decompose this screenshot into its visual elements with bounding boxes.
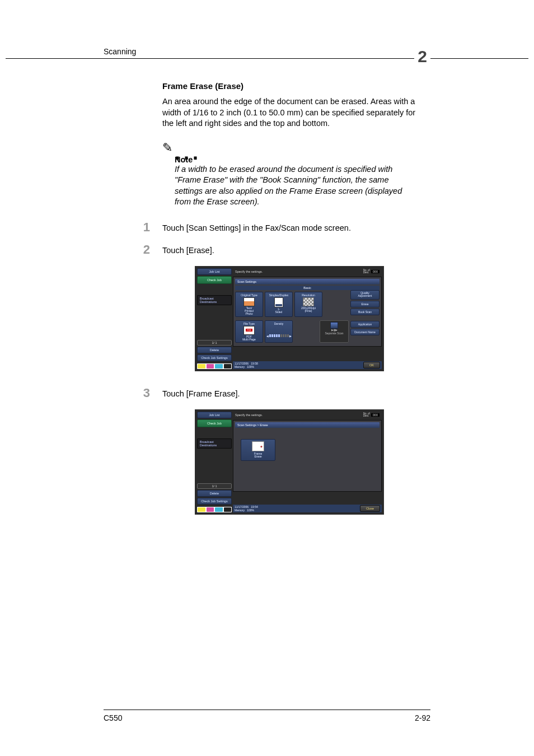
frame-erase-button[interactable]: ◆ Frame Erase xyxy=(241,439,275,461)
note-label: Note xyxy=(175,155,416,164)
page-header: Scanning 2 xyxy=(6,39,528,59)
original-type-tile[interactable]: Original Type Text/ Printed Photo xyxy=(235,292,263,317)
separate-scan-tile[interactable]: ▶▮▶ Separate Scan xyxy=(320,320,349,343)
check-job-button[interactable]: Check Job xyxy=(197,419,232,427)
m-key[interactable] xyxy=(207,364,214,368)
resolution-tile[interactable]: Resolution 200x200dpi (Fine) xyxy=(294,292,322,317)
job-list-button[interactable]: Job List xyxy=(197,412,232,418)
y-key[interactable] xyxy=(198,364,205,368)
c-key[interactable] xyxy=(215,364,223,368)
step-number: 1 xyxy=(139,221,150,234)
step-3: 3 Touch [Frame Erase]. xyxy=(139,387,416,399)
file-type-tile[interactable]: File Type PDF PDF Multi Page xyxy=(235,320,263,343)
prompt-text: Specify the settings. xyxy=(235,413,263,417)
application-button[interactable]: Application xyxy=(350,321,380,328)
simplex-icon xyxy=(274,297,283,307)
k-key[interactable] xyxy=(224,507,232,512)
header-section-name: Scanning xyxy=(104,47,136,58)
screenshot-scan-settings: Job List Check Job Broadcast Destination… xyxy=(195,266,384,371)
density-indicator: ◀▶ xyxy=(266,334,292,338)
c-key[interactable] xyxy=(215,507,223,512)
color-key-bar xyxy=(197,363,232,369)
close-button[interactable]: Close xyxy=(360,505,380,512)
broadcast-destinations-label: Broadcast Destinations xyxy=(197,295,232,305)
chapter-number: 2 xyxy=(414,47,430,66)
check-job-settings-button[interactable]: Check Job Settings xyxy=(197,354,232,361)
footer-page: 2-92 xyxy=(415,713,430,722)
broadcast-destinations-label: Broadcast Destinations xyxy=(197,438,232,449)
book-scan-button[interactable]: Book Scan xyxy=(350,309,380,315)
status-bar: 11/17/2006 19:54 Memory 100% Close xyxy=(233,505,382,512)
step-2: 2 Touch [Erase]. xyxy=(139,244,416,256)
erase-button[interactable]: Erase xyxy=(350,301,380,307)
screenshot-erase: Job List Check Job Broadcast Destination… xyxy=(195,409,384,515)
delete-button[interactable]: Delete xyxy=(197,490,232,497)
pencil-icon: ✎ xyxy=(162,141,172,155)
destinations-badge: No. of Dest. 000 xyxy=(363,413,380,418)
job-list-button[interactable]: Job List xyxy=(197,268,232,275)
breadcrumb-bar: Scan Settings > Erase xyxy=(235,422,380,428)
footer-model: C550 xyxy=(104,713,122,722)
k-key[interactable] xyxy=(224,364,232,368)
resolution-icon xyxy=(303,297,314,306)
check-job-settings-button[interactable]: Check Job Settings xyxy=(197,498,232,505)
page: Scanning 2 Frame Erase (Erase) An area a… xyxy=(0,0,534,756)
content-area: Frame Erase (Erase) An area around the e… xyxy=(0,81,534,515)
density-tile[interactable]: Density ◀▶ xyxy=(265,320,293,343)
check-job-button[interactable]: Check Job xyxy=(197,276,232,284)
step-text: Touch [Erase]. xyxy=(162,244,214,256)
side-buttons: Quality Adjustment Erase Book Scan Appli… xyxy=(350,290,380,344)
step-text: Touch [Scan Settings] in the Fax/Scan mo… xyxy=(162,221,351,234)
original-type-icon xyxy=(243,297,255,306)
color-key-bar xyxy=(197,507,232,512)
simplex-duplex-tile[interactable]: Simplex/Duplex 1- Sided xyxy=(265,292,293,317)
separate-scan-icon xyxy=(330,322,338,329)
step-1: 1 Touch [Scan Settings] in the Fax/Scan … xyxy=(139,221,416,234)
page-indicator: 1/ 1 xyxy=(197,483,232,489)
destinations-badge: No. of Dest. 000 xyxy=(363,269,380,274)
step-number: 2 xyxy=(139,244,150,256)
document-name-button[interactable]: Document Name xyxy=(350,329,380,335)
m-key[interactable] xyxy=(207,507,214,512)
y-key[interactable] xyxy=(198,507,205,512)
ok-button[interactable]: OK xyxy=(363,362,380,368)
erase-panel: Scan Settings > Erase ◆ Frame Erase xyxy=(233,420,382,492)
scan-settings-panel: Scan Settings Basic Original Type Text/ … xyxy=(233,277,382,347)
tile-row-2: File Type PDF PDF Multi Page Density ◀ xyxy=(235,319,349,344)
section-title: Frame Erase (Erase) xyxy=(162,81,416,91)
step-text: Touch [Frame Erase]. xyxy=(162,387,240,399)
step-number: 3 xyxy=(139,387,150,399)
section-body: An area around the edge of the document … xyxy=(162,96,416,129)
status-bar: 11/17/2006 19:58 Memory 100% OK xyxy=(233,361,382,369)
page-indicator: 1/ 1 xyxy=(197,340,232,346)
prompt-bar: Specify the settings. No. of Dest. 000 xyxy=(233,268,382,276)
page-footer: C550 2-92 xyxy=(104,710,430,722)
prompt-bar: Specify the settings. No. of Dest. 000 xyxy=(233,412,382,419)
frame-erase-icon: ◆ xyxy=(252,441,264,451)
prompt-text: Specify the settings. xyxy=(235,270,263,273)
note-text: If a width to be erased around the docum… xyxy=(175,164,416,208)
note-icon-row: ✎ ... xyxy=(162,141,416,155)
pdf-icon: PDF xyxy=(243,326,255,335)
quality-adjustment-button[interactable]: Quality Adjustment xyxy=(350,290,380,300)
delete-button[interactable]: Delete xyxy=(197,347,232,353)
tile-row-1: Original Type Text/ Printed Photo Simple… xyxy=(235,290,349,319)
basic-tab[interactable]: Basic xyxy=(235,286,380,290)
panel-title: Scan Settings xyxy=(235,279,380,284)
